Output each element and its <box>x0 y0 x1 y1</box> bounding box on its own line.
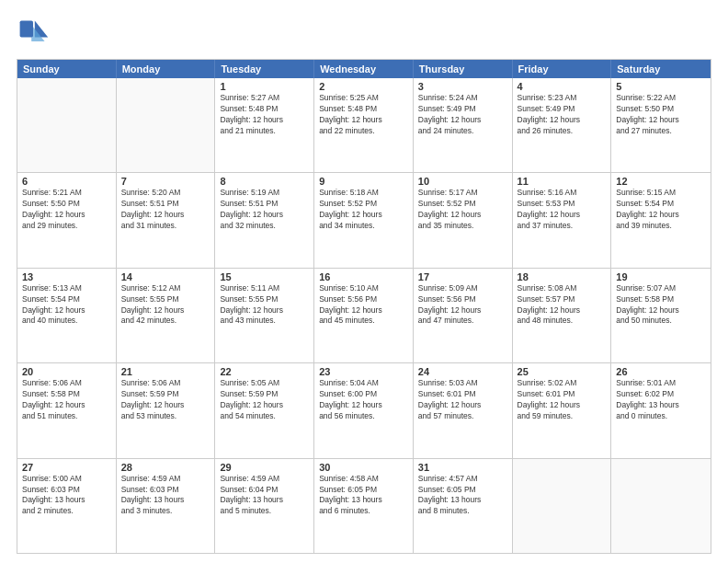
day-cell-15: 15Sunrise: 5:11 AM Sunset: 5:55 PM Dayli… <box>215 269 314 362</box>
day-info: Sunrise: 5:13 AM Sunset: 5:54 PM Dayligh… <box>22 283 111 327</box>
day-cell-5: 5Sunrise: 5:22 AM Sunset: 5:50 PM Daylig… <box>611 78 711 172</box>
day-cell-2: 2Sunrise: 5:25 AM Sunset: 5:48 PM Daylig… <box>314 78 414 172</box>
day-info: Sunrise: 4:59 AM Sunset: 6:04 PM Dayligh… <box>220 474 309 518</box>
day-cell-31: 31Sunrise: 4:57 AM Sunset: 6:05 PM Dayli… <box>414 459 513 553</box>
empty-cell-0-0 <box>17 78 117 172</box>
weekday-header-monday: Monday <box>117 60 216 78</box>
weekday-header-wednesday: Wednesday <box>314 60 414 78</box>
day-info: Sunrise: 5:19 AM Sunset: 5:51 PM Dayligh… <box>220 188 309 232</box>
calendar-row-3: 20Sunrise: 5:06 AM Sunset: 5:58 PM Dayli… <box>17 362 711 457</box>
day-cell-21: 21Sunrise: 5:06 AM Sunset: 5:59 PM Dayli… <box>117 363 216 457</box>
day-info: Sunrise: 5:06 AM Sunset: 5:59 PM Dayligh… <box>121 378 210 422</box>
day-number: 9 <box>319 176 408 187</box>
logo-icon <box>17 17 50 50</box>
logo <box>17 17 53 50</box>
calendar-row-2: 13Sunrise: 5:13 AM Sunset: 5:54 PM Dayli… <box>17 268 711 362</box>
weekday-header-friday: Friday <box>513 60 612 78</box>
day-number: 8 <box>220 176 309 187</box>
day-cell-28: 28Sunrise: 4:59 AM Sunset: 6:03 PM Dayli… <box>117 459 216 553</box>
day-info: Sunrise: 4:59 AM Sunset: 6:03 PM Dayligh… <box>121 474 210 518</box>
day-number: 16 <box>319 271 408 282</box>
day-info: Sunrise: 5:25 AM Sunset: 5:48 PM Dayligh… <box>319 93 408 137</box>
day-info: Sunrise: 5:22 AM Sunset: 5:50 PM Dayligh… <box>616 93 706 137</box>
day-number: 5 <box>616 81 706 92</box>
weekday-header-sunday: Sunday <box>17 60 117 78</box>
day-info: Sunrise: 5:03 AM Sunset: 6:01 PM Dayligh… <box>418 378 507 422</box>
day-number: 21 <box>121 366 210 377</box>
day-number: 31 <box>418 462 507 473</box>
day-info: Sunrise: 4:57 AM Sunset: 6:05 PM Dayligh… <box>418 474 507 518</box>
empty-cell-4-5 <box>513 459 612 553</box>
day-number: 30 <box>319 462 408 473</box>
empty-cell-0-1 <box>117 78 216 172</box>
day-number: 17 <box>418 271 507 282</box>
day-cell-16: 16Sunrise: 5:10 AM Sunset: 5:56 PM Dayli… <box>314 269 414 362</box>
day-cell-11: 11Sunrise: 5:16 AM Sunset: 5:53 PM Dayli… <box>513 173 612 267</box>
day-info: Sunrise: 5:15 AM Sunset: 5:54 PM Dayligh… <box>616 188 706 232</box>
calendar: SundayMondayTuesdayWednesdayThursdayFrid… <box>17 59 711 554</box>
day-info: Sunrise: 5:07 AM Sunset: 5:58 PM Dayligh… <box>616 283 706 327</box>
day-info: Sunrise: 5:17 AM Sunset: 5:52 PM Dayligh… <box>418 188 507 232</box>
day-number: 14 <box>121 271 210 282</box>
day-number: 27 <box>22 462 111 473</box>
day-number: 22 <box>220 366 309 377</box>
header <box>17 17 711 50</box>
day-cell-7: 7Sunrise: 5:20 AM Sunset: 5:51 PM Daylig… <box>117 173 216 267</box>
day-info: Sunrise: 5:10 AM Sunset: 5:56 PM Dayligh… <box>319 283 408 327</box>
day-number: 23 <box>319 366 408 377</box>
day-info: Sunrise: 5:02 AM Sunset: 6:01 PM Dayligh… <box>518 378 607 422</box>
day-cell-26: 26Sunrise: 5:01 AM Sunset: 6:02 PM Dayli… <box>611 363 711 457</box>
day-cell-29: 29Sunrise: 4:59 AM Sunset: 6:04 PM Dayli… <box>215 459 314 553</box>
day-info: Sunrise: 5:23 AM Sunset: 5:49 PM Dayligh… <box>518 93 607 137</box>
calendar-row-0: 1Sunrise: 5:27 AM Sunset: 5:48 PM Daylig… <box>17 78 711 172</box>
day-number: 28 <box>121 462 210 473</box>
calendar-header: SundayMondayTuesdayWednesdayThursdayFrid… <box>17 60 711 78</box>
day-cell-6: 6Sunrise: 5:21 AM Sunset: 5:50 PM Daylig… <box>17 173 117 267</box>
day-cell-25: 25Sunrise: 5:02 AM Sunset: 6:01 PM Dayli… <box>513 363 612 457</box>
day-cell-12: 12Sunrise: 5:15 AM Sunset: 5:54 PM Dayli… <box>611 173 711 267</box>
day-number: 20 <box>22 366 111 377</box>
day-cell-10: 10Sunrise: 5:17 AM Sunset: 5:52 PM Dayli… <box>414 173 513 267</box>
day-info: Sunrise: 4:58 AM Sunset: 6:05 PM Dayligh… <box>319 474 408 518</box>
empty-cell-4-6 <box>611 459 711 553</box>
day-number: 7 <box>121 176 210 187</box>
day-cell-20: 20Sunrise: 5:06 AM Sunset: 5:58 PM Dayli… <box>17 363 117 457</box>
day-cell-1: 1Sunrise: 5:27 AM Sunset: 5:48 PM Daylig… <box>215 78 314 172</box>
day-number: 10 <box>418 176 507 187</box>
day-info: Sunrise: 5:18 AM Sunset: 5:52 PM Dayligh… <box>319 188 408 232</box>
day-cell-22: 22Sunrise: 5:05 AM Sunset: 5:59 PM Dayli… <box>215 363 314 457</box>
calendar-row-4: 27Sunrise: 5:00 AM Sunset: 6:03 PM Dayli… <box>17 458 711 553</box>
day-cell-17: 17Sunrise: 5:09 AM Sunset: 5:56 PM Dayli… <box>414 269 513 362</box>
day-number: 19 <box>616 271 706 282</box>
day-number: 25 <box>518 366 607 377</box>
day-cell-8: 8Sunrise: 5:19 AM Sunset: 5:51 PM Daylig… <box>215 173 314 267</box>
day-cell-18: 18Sunrise: 5:08 AM Sunset: 5:57 PM Dayli… <box>513 269 612 362</box>
day-number: 29 <box>220 462 309 473</box>
day-number: 2 <box>319 81 408 92</box>
day-cell-3: 3Sunrise: 5:24 AM Sunset: 5:49 PM Daylig… <box>414 78 513 172</box>
day-number: 24 <box>418 366 507 377</box>
day-info: Sunrise: 5:09 AM Sunset: 5:56 PM Dayligh… <box>418 283 507 327</box>
day-cell-30: 30Sunrise: 4:58 AM Sunset: 6:05 PM Dayli… <box>314 459 414 553</box>
day-info: Sunrise: 5:06 AM Sunset: 5:58 PM Dayligh… <box>22 378 111 422</box>
day-cell-14: 14Sunrise: 5:12 AM Sunset: 5:55 PM Dayli… <box>117 269 216 362</box>
day-cell-19: 19Sunrise: 5:07 AM Sunset: 5:58 PM Dayli… <box>611 269 711 362</box>
day-info: Sunrise: 5:24 AM Sunset: 5:49 PM Dayligh… <box>418 93 507 137</box>
calendar-body: 1Sunrise: 5:27 AM Sunset: 5:48 PM Daylig… <box>17 78 711 553</box>
day-number: 11 <box>518 176 607 187</box>
day-info: Sunrise: 5:01 AM Sunset: 6:02 PM Dayligh… <box>616 378 706 422</box>
day-cell-13: 13Sunrise: 5:13 AM Sunset: 5:54 PM Dayli… <box>17 269 117 362</box>
day-number: 13 <box>22 271 111 282</box>
day-cell-9: 9Sunrise: 5:18 AM Sunset: 5:52 PM Daylig… <box>314 173 414 267</box>
day-number: 26 <box>616 366 706 377</box>
day-cell-27: 27Sunrise: 5:00 AM Sunset: 6:03 PM Dayli… <box>17 459 117 553</box>
day-number: 1 <box>220 81 309 92</box>
day-info: Sunrise: 5:05 AM Sunset: 5:59 PM Dayligh… <box>220 378 309 422</box>
day-info: Sunrise: 5:16 AM Sunset: 5:53 PM Dayligh… <box>518 188 607 232</box>
day-info: Sunrise: 5:00 AM Sunset: 6:03 PM Dayligh… <box>22 474 111 518</box>
day-cell-4: 4Sunrise: 5:23 AM Sunset: 5:49 PM Daylig… <box>513 78 612 172</box>
weekday-header-saturday: Saturday <box>611 60 711 78</box>
day-cell-23: 23Sunrise: 5:04 AM Sunset: 6:00 PM Dayli… <box>314 363 414 457</box>
day-number: 15 <box>220 271 309 282</box>
day-info: Sunrise: 5:08 AM Sunset: 5:57 PM Dayligh… <box>518 283 607 327</box>
